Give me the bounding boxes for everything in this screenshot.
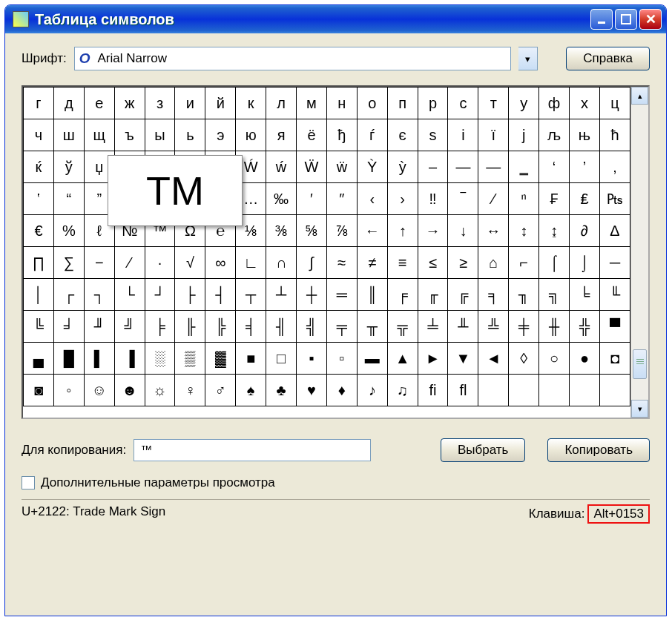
char-cell[interactable]: ═ [326,279,357,311]
char-cell[interactable]: ■ [236,343,266,375]
char-cell[interactable]: ╪ [509,311,539,343]
char-cell[interactable]: ╘ [570,279,600,311]
char-cell[interactable]: ╛ [53,311,84,343]
char-cell[interactable]: ╞ [145,311,175,343]
char-cell[interactable]: ⌂ [478,247,509,279]
char-cell[interactable]: ‹ [357,183,387,215]
char-cell[interactable] [599,375,630,406]
char-cell[interactable]: ╧ [418,311,448,343]
char-cell[interactable]: є [387,119,418,151]
char-cell[interactable]: ╥ [357,311,387,343]
char-cell[interactable]: ╖ [509,279,539,311]
char-cell[interactable]: └ [114,279,145,311]
char-cell[interactable]: ╚ [24,311,54,343]
char-cell[interactable]: л [266,88,297,119]
char-cell[interactable]: ╟ [175,311,205,343]
scroll-thumb[interactable] [633,349,647,379]
char-cell[interactable]: ћ [599,119,630,151]
char-cell[interactable]: ч [24,119,54,151]
char-cell[interactable]: ╗ [539,279,570,311]
char-cell[interactable]: ╓ [418,279,448,311]
char-cell[interactable]: ├ [175,279,205,311]
char-cell[interactable]: ◊ [509,343,539,375]
char-cell[interactable]: ▪ [297,343,327,375]
char-cell[interactable]: ☻ [114,375,145,406]
char-cell[interactable]: ỳ [387,151,418,183]
char-cell[interactable]: ♥ [297,375,327,406]
char-cell[interactable]: ẅ [326,151,357,183]
char-cell[interactable]: ▫ [326,343,357,375]
char-cell[interactable]: ╨ [448,311,478,343]
char-cell[interactable]: ║ [357,279,387,311]
char-cell[interactable]: њ [570,119,600,151]
char-cell[interactable]: ‼ [418,183,448,215]
char-cell[interactable]: ₣ [539,183,570,215]
char-cell[interactable]: ♀ [175,375,205,406]
char-cell[interactable]: ∙ [145,247,175,279]
char-cell[interactable]: ○ [539,343,570,375]
char-cell[interactable]: ╝ [114,311,145,343]
char-cell[interactable]: ‗ [509,151,539,183]
titlebar[interactable]: Таблица символов ✕ [5,5,666,33]
char-cell[interactable]: ◦ [53,375,84,406]
advanced-checkbox[interactable] [22,476,35,490]
char-cell[interactable]: ♣ [266,375,297,406]
char-cell[interactable]: ▒ [175,343,205,375]
char-cell[interactable]: ⌠ [539,247,570,279]
char-cell[interactable]: ≤ [418,247,448,279]
char-cell[interactable]: ⅞ [326,215,357,247]
char-cell[interactable]: ░ [145,343,175,375]
char-cell[interactable]: ▬ [357,343,387,375]
char-cell[interactable]: ‚ [599,151,630,183]
char-cell[interactable]: ↔ [478,215,509,247]
char-cell[interactable]: ▐ [114,343,145,375]
char-cell[interactable]: ќ [24,151,54,183]
char-cell[interactable]: ₧ [599,183,630,215]
char-cell[interactable]: ђ [326,119,357,151]
char-cell[interactable]: ┬ [236,279,266,311]
char-cell[interactable]: ╕ [478,279,509,311]
char-cell[interactable]: ♠ [236,375,266,406]
char-cell[interactable]: ◙ [24,375,54,406]
char-cell[interactable]: ╡ [236,311,266,343]
char-cell[interactable]: п [387,88,418,119]
char-cell[interactable]: ♂ [205,375,236,406]
char-cell[interactable]: — [448,151,478,183]
char-cell[interactable]: › [387,183,418,215]
char-cell[interactable]: ▲ [387,343,418,375]
char-cell[interactable]: ╤ [326,311,357,343]
char-cell[interactable]: ц [599,88,630,119]
char-cell[interactable] [509,375,539,406]
char-cell[interactable]: € [24,215,54,247]
char-cell[interactable]: ╬ [570,311,600,343]
close-button[interactable]: ✕ [639,9,662,30]
char-cell[interactable]: и [175,88,205,119]
char-cell[interactable]: Ẅ [297,151,327,183]
char-cell[interactable]: ∑ [53,247,84,279]
char-cell[interactable]: ♪ [357,375,387,406]
copy-button[interactable]: Копировать [547,438,650,462]
char-cell[interactable]: ⁄ [478,183,509,215]
char-cell[interactable]: ₤ [570,183,600,215]
char-cell[interactable]: ╜ [84,311,114,343]
char-cell[interactable]: ┐ [84,279,114,311]
char-cell[interactable]: ≥ [448,247,478,279]
char-cell[interactable]: ∕ [114,247,145,279]
char-cell[interactable]: э [205,119,236,151]
char-cell[interactable]: т [478,88,509,119]
char-cell[interactable]: Ỳ [357,151,387,183]
select-button[interactable]: Выбрать [441,438,525,462]
scroll-up-button[interactable]: ▴ [631,87,648,105]
char-cell[interactable]: ‰ [266,183,297,215]
char-cell[interactable]: ‾ [448,183,478,215]
char-cell[interactable]: ● [570,343,600,375]
copy-input[interactable] [134,439,371,461]
char-cell[interactable]: н [326,88,357,119]
char-cell[interactable]: ‘ [539,151,570,183]
char-cell[interactable]: ѕ [418,119,448,151]
char-cell[interactable]: ﬁ [418,375,448,406]
char-cell[interactable]: █ [53,343,84,375]
char-cell[interactable]: ↓ [448,215,478,247]
char-cell[interactable] [570,375,600,406]
char-cell[interactable]: ′ [297,183,327,215]
